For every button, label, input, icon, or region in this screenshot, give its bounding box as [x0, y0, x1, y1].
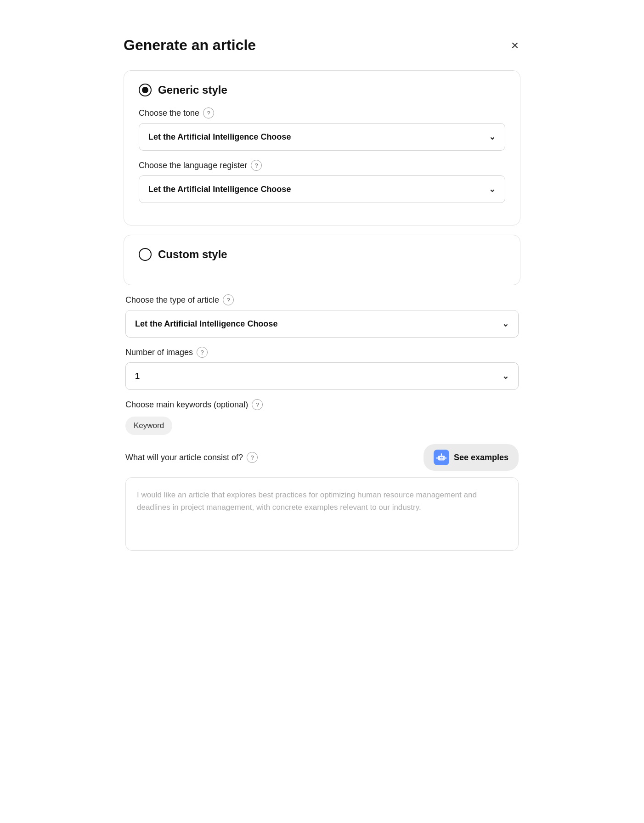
images-select[interactable]: 1 ⌄ [125, 362, 519, 390]
images-help-badge[interactable]: ? [197, 347, 208, 358]
svg-rect-0 [438, 456, 445, 460]
register-select[interactable]: Let the Artificial Intelligence Choose ⌄ [139, 175, 505, 203]
keywords-label: Choose main keywords (optional) ? [125, 399, 519, 410]
article-type-help-badge[interactable]: ? [223, 294, 234, 305]
outside-fields: Choose the type of article ? Let the Art… [124, 294, 520, 552]
tone-help-badge[interactable]: ? [203, 107, 214, 118]
see-examples-label: See examples [454, 453, 508, 462]
custom-style-header: Custom style [139, 248, 505, 261]
images-value: 1 [135, 372, 140, 381]
article-consist-row: What will your article consist of? ? [125, 444, 519, 471]
radio-inner-dot [142, 87, 148, 93]
modal-header: Generate an article × [124, 37, 520, 54]
tone-value: Let the Artificial Intelligence Choose [148, 132, 291, 142]
svg-rect-7 [445, 457, 446, 459]
generic-style-card: Generic style Choose the tone ? Let the … [124, 70, 520, 225]
images-chevron-icon: ⌄ [502, 371, 509, 381]
article-type-label: Choose the type of article ? [125, 294, 519, 305]
images-label: Number of images ? [125, 347, 519, 358]
generic-style-radio[interactable] [139, 84, 152, 96]
custom-style-radio[interactable] [139, 248, 152, 261]
modal: Generate an article × Generic style Choo… [102, 18, 542, 584]
svg-rect-6 [436, 457, 438, 459]
tone-field-group: Choose the tone ? Let the Artificial Int… [139, 107, 505, 151]
register-help-badge[interactable]: ? [251, 160, 262, 171]
svg-rect-2 [441, 457, 442, 458]
register-chevron-icon: ⌄ [489, 184, 496, 194]
robot-icon [434, 450, 449, 465]
generic-style-label: Generic style [158, 84, 227, 96]
article-consist-textarea[interactable] [125, 477, 519, 551]
register-field-group: Choose the language register ? Let the A… [139, 160, 505, 203]
article-type-value: Let the Artificial Intelligence Choose [135, 319, 277, 329]
images-field-group: Number of images ? 1 ⌄ [125, 347, 519, 390]
svg-rect-1 [440, 457, 441, 458]
modal-title: Generate an article [124, 37, 256, 54]
generic-style-header: Generic style [139, 84, 505, 96]
tone-label: Choose the tone ? [139, 107, 505, 118]
article-consist-label: What will your article consist of? ? [125, 452, 258, 463]
custom-style-card: Custom style [124, 235, 520, 285]
register-value: Let the Artificial Intelligence Choose [148, 185, 291, 194]
svg-rect-3 [440, 459, 443, 459]
article-type-select[interactable]: Let the Artificial Intelligence Choose ⌄ [125, 310, 519, 338]
custom-style-label: Custom style [158, 248, 227, 261]
see-examples-button[interactable]: See examples [424, 444, 519, 471]
keywords-help-badge[interactable]: ? [252, 399, 263, 410]
article-type-field-group: Choose the type of article ? Let the Art… [125, 294, 519, 338]
keyword-tag-text: Keyword [134, 421, 164, 430]
keyword-tag[interactable]: Keyword [125, 417, 172, 435]
keywords-field-group: Choose main keywords (optional) ? Keywor… [125, 399, 519, 435]
close-button[interactable]: × [509, 37, 520, 54]
article-type-chevron-icon: ⌄ [502, 319, 509, 329]
article-consist-help-badge[interactable]: ? [247, 452, 258, 463]
tone-select[interactable]: Let the Artificial Intelligence Choose ⌄ [139, 123, 505, 151]
article-consist-field-group: What will your article consist of? ? [125, 444, 519, 552]
svg-point-5 [441, 453, 442, 455]
tone-chevron-icon: ⌄ [489, 132, 496, 142]
register-label: Choose the language register ? [139, 160, 505, 171]
robot-svg [436, 452, 446, 462]
